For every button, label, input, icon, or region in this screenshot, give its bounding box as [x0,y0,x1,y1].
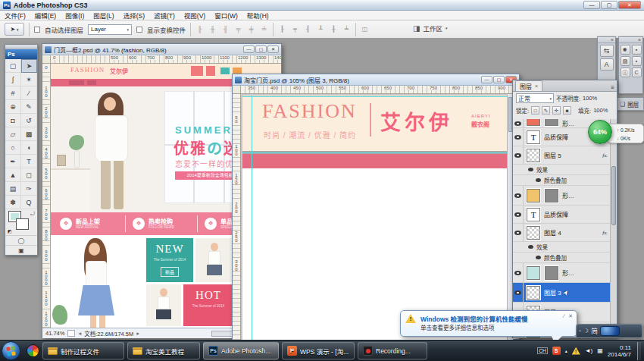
auto-select-scope-dropdown[interactable]: Layer ▾ [88,24,132,35]
doc2-vertical-ruler[interactable]: 50 100 150 200 250 300 [233,94,241,340]
taskbar-recorder[interactable]: Recording... [358,342,427,359]
adjustments-panel-icon[interactable]: ✺ [621,45,630,55]
doc2-canvas-area[interactable]: FASHION 时尚 / 潮流 / 优雅 / 简约 艾尔伊 AIERYI 靓衣阁 [241,94,513,340]
doc1-maximize-button[interactable]: ▢ [255,46,267,53]
distribute-vcenter-icon[interactable]: ╂ [330,26,338,33]
doc1-titlebar[interactable]: 门页—框2.psd @ 41.7% (fashion, RGB/8) — ▢ ✕ [42,44,281,55]
character-panel-icon[interactable]: A [600,58,614,71]
doc1-close-button[interactable]: ✕ [267,46,279,53]
layer-thumbnail[interactable] [527,119,540,126]
layer-thumbnail[interactable] [527,226,540,240]
menu-help[interactable]: 帮助(H) [247,11,269,20]
taskbar-wps[interactable]: P WPS 演示 - [淘... [282,342,355,359]
swatches-panel-icon[interactable]: ▪ [632,56,642,66]
ime-language-bar[interactable]: ◦ ☽ 简 [576,324,642,338]
crop-tool[interactable]: # [5,86,21,100]
distribute-left-icon[interactable]: ┠ [278,26,286,33]
visibility-toggle[interactable] [513,224,524,241]
color-overlay-row[interactable]: 颜色叠加 [513,175,617,186]
doc1-vertical-ruler[interactable]: 0 100 200 300 400 500 600 700 800 900 10… [42,64,51,328]
layer-name[interactable]: 形… [562,191,574,199]
ime-moon-icon[interactable]: ☽ [583,328,589,334]
ime-ch-indicator[interactable]: CH [537,347,547,354]
layer-name[interactable]: 形… [562,268,574,277]
doc2-horizontal-ruler[interactable]: 350 400 450 500 550 600 650 700 750 800 … [241,86,519,94]
magic-wand-tool[interactable]: ✶ [21,73,37,86]
tool-preset-picker[interactable]: ➤ ▾ [5,23,24,36]
dodge-tool[interactable]: ◖ [21,141,37,155]
layer-name[interactable]: 图层 5 [544,151,561,159]
pen-tool[interactable]: ✒ [5,155,21,168]
menu-filter[interactable]: 滤镜(T) [154,11,175,20]
taskbar-folder-2[interactable]: 淘宝美工教程 [127,342,200,359]
lock-all-icon[interactable]: ■ [563,106,571,115]
auto-align-icon[interactable]: ◫ [361,26,369,33]
brush-tool[interactable]: ✎ [21,100,37,114]
layer-thumbnail[interactable] [527,286,540,300]
layers-dock-button[interactable]: ❏ 图层 [617,97,644,111]
eye-icon[interactable] [536,256,541,259]
menu-layer[interactable]: 图层(L) [93,11,114,20]
tab-close-icon[interactable]: × [535,83,538,89]
menu-file[interactable]: 文件(F) [5,11,26,20]
eye-icon[interactable] [536,178,541,182]
background-color-swatch[interactable] [17,219,28,229]
visibility-toggle[interactable] [513,186,524,205]
lock-position-icon[interactable]: ✛ [552,106,561,115]
info-panel-icon[interactable]: ⓘ [621,67,630,77]
clone-stamp-tool[interactable]: ◘ [5,114,21,127]
eye-icon[interactable] [528,245,533,249]
layer-row[interactable]: 图层 4 fx. ▾ [513,224,617,242]
align-center-icon[interactable]: ╫ [208,26,217,33]
layer-mask-thumbnail[interactable] [545,119,558,126]
text-layer-thumbnail[interactable]: T [527,208,540,221]
doc2-titlebar[interactable]: 淘宝门页.psd @ 105% (图层 3, RGB/8) — ▢ ✕ [233,74,519,86]
layer-mask-thumbnail[interactable] [545,189,558,202]
tray-expand-icon[interactable]: ▴ [565,348,567,353]
eraser-tool[interactable]: ▱ [5,127,21,141]
lock-transparency-icon[interactable]: □ [531,106,539,115]
tray-clock[interactable]: 0:11 2014/6/7 [608,344,631,358]
blend-mode-dropdown[interactable]: 正常 ▾ [516,93,554,103]
doc1-zoom-level[interactable]: 41.74% [45,330,64,337]
ime-logo[interactable] [600,326,620,336]
panel-menu-icon[interactable]: ≡ [611,84,614,91]
swap-colors-icon[interactable]: ⤾ [30,211,35,217]
align-middle-icon[interactable]: ╪ [247,26,255,33]
start-button[interactable] [2,341,20,360]
hand-tool[interactable]: ✽ [5,196,21,209]
minimize-button[interactable]: — [583,1,600,9]
fx-badge[interactable]: fx. [602,152,608,159]
notification-balloon[interactable]: ! Windows 检测到您的计算机性能缓慢 单击查看更多详细信息和选项 ∕ ✕ [400,310,577,337]
color-overlay-row[interactable]: 颜色叠加 [513,253,617,263]
gradient-tool[interactable]: ▩ [21,127,37,141]
distribute-hcenter-icon[interactable]: ┯ [291,26,299,33]
layer-mask-thumbnail[interactable] [545,266,558,280]
visibility-toggle[interactable] [513,263,524,282]
history-panel-icon[interactable]: ⇆ [600,45,614,57]
layer-row-shape[interactable]: 形… [513,186,617,206]
menu-select[interactable]: 选择(S) [123,11,145,20]
visibility-toggle[interactable] [513,119,524,127]
layer-name[interactable]: 形… [562,119,574,127]
effects-row[interactable]: 效果 [513,242,617,253]
color-panel-icon[interactable]: ▪ [632,45,642,55]
path-selection-tool[interactable]: ▲ [5,168,21,182]
tray-s-icon[interactable]: S [552,347,561,355]
layer-name[interactable]: 品质保障 [544,210,568,218]
doc2-maximize-button[interactable]: ▢ [493,76,505,83]
optimizer-ball[interactable]: 64% [588,120,612,144]
align-bottom-icon[interactable]: ╧ [260,26,268,33]
effects-row[interactable]: 效果 [513,165,617,175]
doc1-minimize-button[interactable]: — [243,46,255,53]
show-transform-checkbox[interactable] [136,27,142,33]
layer-name[interactable]: 品质保障 [544,133,568,141]
visibility-toggle[interactable] [513,283,524,302]
eyedropper-tool[interactable]: ✑ [21,182,37,196]
doc1-horizontal-ruler[interactable]: 0 500 600 700 800 900 1000 1100 1200 130… [51,55,281,64]
tray-warning-icon[interactable]: ! [572,347,580,355]
distribute-bottom-icon[interactable]: ┷ [342,26,351,33]
menu-view[interactable]: 视图(V) [184,11,205,20]
menu-image[interactable]: 图像(I) [65,11,84,20]
opacity-value[interactable]: 100% [583,95,597,102]
